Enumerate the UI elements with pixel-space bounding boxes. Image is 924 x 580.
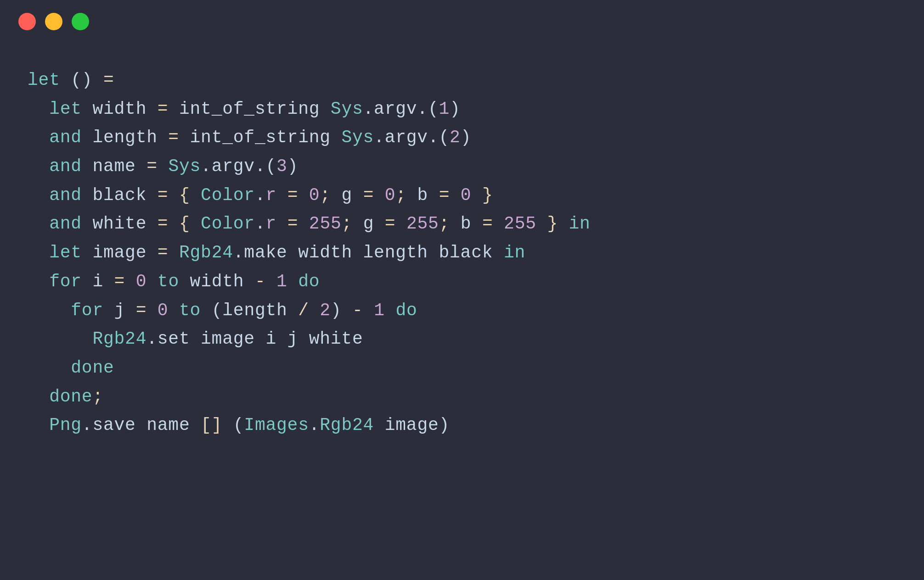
code-line-4: and name = Sys.argv.(3) [28, 152, 896, 181]
code-line-1: let () = [28, 66, 896, 95]
code-line-9: for j = 0 to (length / 2) - 1 do [28, 296, 896, 325]
code-line-8: for i = 0 to width - 1 do [28, 268, 896, 296]
close-button[interactable] [18, 13, 36, 30]
maximize-button[interactable] [72, 13, 89, 30]
window: let () = let width = int_of_string Sys.a… [0, 0, 924, 580]
code-editor: let () = let width = int_of_string Sys.a… [0, 43, 924, 463]
minimize-button[interactable] [45, 13, 62, 30]
code-line-7: let image = Rgb24.make width length blac… [28, 239, 896, 268]
code-line-2: let width = int_of_string Sys.argv.(1) [28, 95, 896, 124]
code-line-5: and black = { Color.r = 0; g = 0; b = 0 … [28, 181, 896, 210]
titlebar [0, 0, 924, 43]
code-line-3: and length = int_of_string Sys.argv.(2) [28, 123, 896, 152]
code-line-11: done [28, 354, 896, 383]
code-line-12: done; [28, 383, 896, 412]
code-line-6: and white = { Color.r = 255; g = 255; b … [28, 210, 896, 239]
code-line-13: Png.save name [] (Images.Rgb24 image) [28, 411, 896, 440]
code-line-10: Rgb24.set image i j white [28, 325, 896, 354]
